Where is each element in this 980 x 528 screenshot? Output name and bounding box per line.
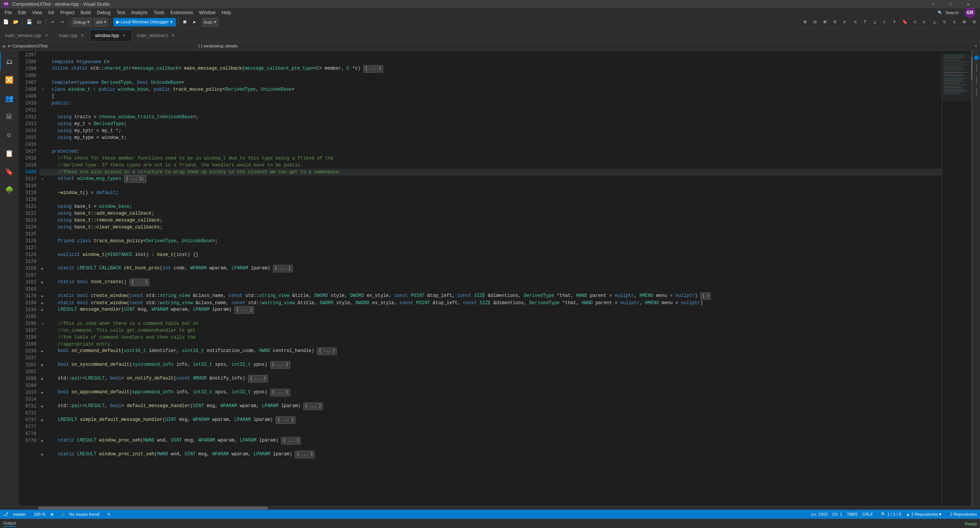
collapse-2408[interactable]: ▾	[39, 86, 46, 93]
full-screen-button[interactable]: ⊡	[970, 18, 978, 26]
open-file-button[interactable]: 📂	[11, 18, 20, 26]
collapse-6778a[interactable]: ▶	[39, 438, 46, 444]
toolbar-icon-b[interactable]: ⊟	[811, 18, 819, 26]
menu-debug[interactable]: Debug	[94, 8, 113, 17]
menu-build[interactable]: Build	[78, 8, 94, 17]
code-area[interactable]: template <typename C> inline static std:…	[39, 51, 942, 506]
tab-close-main-cpp[interactable]: ✕	[80, 33, 85, 38]
collapse-3163[interactable]: ▶	[39, 293, 46, 299]
collapse-3190[interactable]: ▶	[39, 307, 46, 313]
new-file-button[interactable]: 📄	[2, 18, 10, 26]
collapse-3199[interactable]: ▶	[39, 348, 46, 354]
code-line-6731	[39, 410, 942, 417]
collapse-3129[interactable]: ▶	[39, 266, 46, 272]
breadcrumb-project[interactable]: ⊳ CompositionUITest	[8, 44, 47, 49]
search-icon: 🔍	[938, 10, 943, 15]
toolbar-icon-k[interactable]: ◁	[910, 18, 919, 26]
toolbar-icon-l[interactable]: ▷	[920, 18, 929, 26]
sidebar-solution-explorer[interactable]: 🗂	[0, 52, 18, 71]
tab-main-window-cpp[interactable]: main_window.cpp ✕	[0, 29, 54, 41]
toolbar-icon-g[interactable]: ⊤	[861, 18, 869, 26]
start-debugger-button[interactable]: ▶ Local Windows Debugger ▾	[113, 18, 175, 26]
svg-rect-10	[944, 69, 965, 70]
status-repo[interactable]: 2 Repositories	[950, 512, 977, 517]
menu-tools[interactable]: Tools	[150, 8, 167, 17]
tab-close-main-window-cpp[interactable]: ✕	[44, 33, 49, 38]
horizontal-scrollbar[interactable]	[0, 506, 980, 510]
scrollbar-thumb[interactable]	[38, 507, 268, 510]
toolbar-icon-a[interactable]: ⊞	[801, 18, 809, 26]
status-tabs[interactable]: TABS	[847, 512, 858, 517]
save-button[interactable]: 💾	[25, 18, 33, 26]
toolbar-icon-h[interactable]: ⊥	[871, 18, 879, 26]
code-line-3194	[39, 313, 942, 320]
tab-main-window-h[interactable]: main_window.h ✕	[132, 29, 181, 41]
menu-edit[interactable]: Edit	[15, 8, 29, 17]
user-avatar[interactable]: GR	[965, 7, 975, 18]
code-line-2419: //derived type. If these types are not i…	[39, 162, 942, 169]
debug-config-dropdown[interactable]: Debug ▾	[72, 18, 91, 26]
toolbar-icon-c[interactable]: ⊠	[821, 18, 829, 26]
menu-test[interactable]: Test	[114, 8, 128, 17]
menu-git[interactable]: Git	[45, 8, 57, 17]
menu-view[interactable]: View	[29, 8, 45, 17]
tab-close-main-window-h[interactable]: ✕	[170, 33, 176, 38]
menu-help[interactable]: Help	[219, 8, 234, 17]
code-line-3195: ▾ //This is used when there is a command…	[39, 320, 942, 327]
menu-file[interactable]: File	[2, 8, 15, 17]
auto-dropdown[interactable]: Auto ▾	[202, 18, 219, 26]
redo-button[interactable]: ↪	[58, 18, 67, 26]
search-box-text[interactable]: Search	[945, 10, 959, 15]
toolbar-icon-i[interactable]: ⊦	[880, 18, 889, 26]
toolbar-icon-f[interactable]: ⊣	[851, 18, 859, 26]
toolbar-btn-1[interactable]: ⏹	[181, 18, 189, 26]
status-crlf[interactable]: CRLF	[862, 512, 873, 517]
output-label[interactable]: Output	[3, 521, 16, 527]
minimap[interactable]	[942, 51, 972, 506]
sidebar-class-view[interactable]: 🏛	[0, 108, 18, 126]
code-line-3127: explicit window_t(HINSTANCE inst) : base…	[39, 251, 942, 258]
collapse-6732[interactable]: ▶	[39, 417, 46, 423]
sidebar-bookmark[interactable]: 🔖	[0, 163, 18, 181]
collapse-3176[interactable]: ▶	[39, 300, 46, 306]
toolbar-icon-d[interactable]: ⊡	[831, 18, 839, 26]
panel-layout-button[interactable]: ⊞	[960, 18, 969, 26]
save-all-button[interactable]: 🗂	[35, 18, 43, 26]
toolbar-icon-m[interactable]: △	[930, 18, 939, 26]
bookmark-icon[interactable]: 🔖	[900, 18, 909, 26]
toolbar-icon-o[interactable]: ◇	[950, 18, 959, 26]
collapse-6779[interactable]: ▶	[39, 451, 46, 458]
sidebar-properties[interactable]: ⚙	[0, 126, 18, 144]
code-line-3118: ~window_t() = default;	[39, 189, 942, 196]
sidebar-call-hierarchy[interactable]: 🌳	[0, 181, 18, 199]
minimize-button[interactable]: ─	[924, 0, 942, 8]
menu-window[interactable]: Window	[196, 8, 219, 17]
no-issues-text[interactable]: No issues found	[69, 512, 100, 517]
toolbar-icon-e[interactable]: ⊢	[841, 18, 849, 26]
tab-close-window-hpp[interactable]: ✕	[121, 33, 127, 38]
collapse-3157[interactable]: ▶	[39, 279, 46, 285]
toolbar-btn-2[interactable]: ▶	[191, 18, 199, 26]
collapse-3262[interactable]: ▶	[39, 376, 46, 382]
collapse-3195[interactable]: ▾	[39, 321, 46, 327]
collapse-3314[interactable]: ▶	[39, 403, 46, 409]
menu-analyze[interactable]: Analyze	[128, 8, 151, 17]
toolbar-icon-j[interactable]: ⊧	[890, 18, 899, 26]
git-branch-name[interactable]: master	[13, 512, 26, 517]
tab-window-hpp[interactable]: window.hpp ✕	[90, 29, 132, 41]
undo-button[interactable]: ↩	[48, 18, 57, 26]
collapse-3237[interactable]: ▶	[39, 362, 46, 368]
maximize-button[interactable]: □	[942, 0, 959, 8]
platform-dropdown[interactable]: x64 ▾	[94, 18, 108, 26]
collapse-struct[interactable]: ▾	[39, 176, 46, 182]
sidebar-team-explorer[interactable]: 👥	[0, 89, 18, 108]
zoom-icon[interactable]: ⊕	[50, 512, 54, 517]
menu-project[interactable]: Project	[57, 8, 77, 17]
menu-extensions[interactable]: Extensions	[167, 8, 196, 17]
sidebar-resource-view[interactable]: 📋	[0, 144, 18, 163]
app-icon: VS	[3, 1, 9, 7]
collapse-3289[interactable]: ▶	[39, 389, 46, 396]
tab-main-cpp[interactable]: main.cpp ✕	[54, 29, 90, 41]
sidebar-git[interactable]: 🔀	[0, 71, 18, 89]
toolbar-icon-n[interactable]: ▽	[940, 18, 949, 26]
